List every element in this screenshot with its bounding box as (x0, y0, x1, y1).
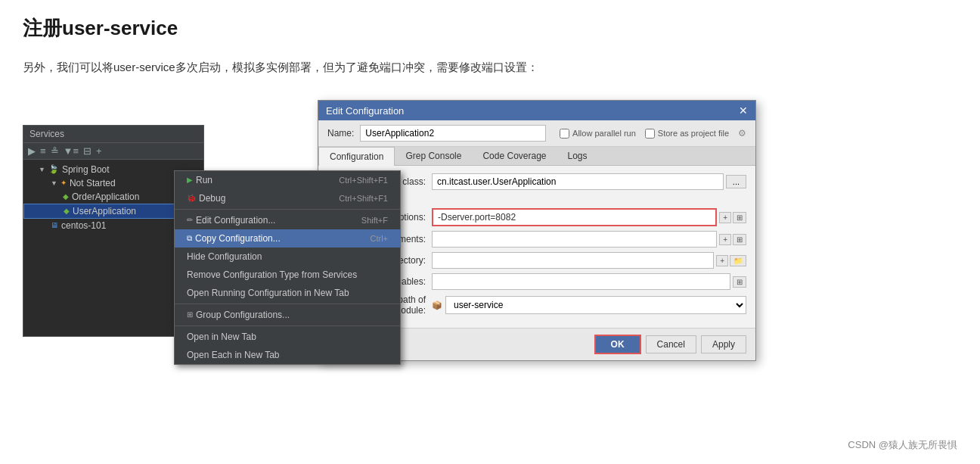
program-args-actions: + ⊞ (719, 234, 746, 245)
menu-edit-config-shortcut: Shift+F (361, 216, 388, 225)
program-args-add-button[interactable]: + (719, 234, 731, 245)
vm-options-actions: + ⊞ (719, 212, 746, 223)
menu-item-group-config[interactable]: ⊞ Group Configurations... (175, 306, 400, 324)
tab-code-coverage[interactable]: Code Coverage (472, 147, 557, 165)
settings-gear-icon[interactable]: ⚙ (738, 128, 746, 139)
main-class-input[interactable] (432, 173, 724, 190)
apply-button[interactable]: Apply (701, 335, 746, 353)
menu-open-each-tab-label: Open Each in New Tab (187, 350, 280, 360)
menu-item-copy-config[interactable]: ⧉ Copy Configuration... Ctrl+ (175, 229, 400, 248)
copy-config-icon: ⧉ (187, 234, 192, 243)
vm-options-input-wrap: + ⊞ (432, 208, 746, 226)
menu-remove-config-label: Remove Configuration Type from Services (187, 269, 357, 280)
toolbar-run-icon[interactable]: ▶ (28, 145, 36, 157)
menu-item-remove-config[interactable]: Remove Configuration Type from Services (175, 266, 400, 284)
working-dir-browse-button[interactable]: 📁 (730, 255, 746, 266)
spring-boot-icon: 🍃 (48, 164, 59, 174)
menu-item-edit-config[interactable]: ✏ Edit Configuration... Shift+F (175, 211, 400, 229)
menu-group-config-label: Group Configurations... (196, 310, 290, 320)
run-icon: ▶ (187, 176, 193, 184)
spring-boot-label: Spring Boot (62, 164, 110, 175)
classpath-select[interactable]: user-service (445, 296, 746, 314)
program-args-input-wrap: + ⊞ (432, 231, 746, 248)
program-args-input[interactable] (432, 231, 717, 248)
store-as-project-label: Store as project file (658, 129, 729, 138)
services-toolbar: ▶ ≡ ≗ ▼≡ ⊟ + (23, 143, 203, 160)
working-dir-add-button[interactable]: + (716, 255, 728, 266)
name-label: Name: (327, 128, 354, 139)
user-app-icon: ◆ (64, 207, 70, 215)
env-vars-input[interactable] (432, 273, 730, 290)
allow-parallel-label: Allow parallel run (572, 129, 636, 138)
allow-parallel-checkbox[interactable] (560, 129, 569, 139)
not-started-label: Not Started (70, 178, 116, 188)
module-icon: 📦 (432, 301, 442, 310)
menu-item-debug[interactable]: 🐞 Debug Ctrl+Shift+F1 (175, 189, 400, 207)
toolbar-collapse-icon[interactable]: ⊟ (83, 145, 91, 157)
context-menu: ▶ Run Ctrl+Shift+F1 🐞 Debug Ctrl+Shift+F… (174, 170, 401, 365)
debug-icon: 🐞 (187, 194, 196, 202)
footer-buttons: OK Cancel Apply (594, 335, 746, 354)
toolbar-add-icon[interactable]: + (96, 145, 102, 157)
menu-debug-label: Debug (199, 193, 225, 204)
dialog-name-row: Name: Allow parallel run Store as projec… (318, 120, 755, 147)
toolbar-filter-icon[interactable]: ▼≡ (64, 145, 79, 157)
menu-hide-config-label: Hide Configuration (187, 251, 262, 262)
main-class-browse-button[interactable]: ... (726, 175, 746, 188)
menu-open-tab-label: Open in New Tab (187, 332, 256, 342)
name-input[interactable] (360, 125, 546, 142)
order-app-icon: ◆ (63, 192, 69, 201)
main-class-input-wrap: ... (432, 173, 746, 190)
centos-label: centos-101 (61, 220, 106, 231)
classpath-select-wrap: 📦 user-service (432, 296, 746, 314)
dialog-title: Edit Configuration (326, 105, 404, 117)
menu-item-run[interactable]: ▶ Run Ctrl+Shift+F1 (175, 171, 400, 189)
order-app-label: OrderApplication (72, 192, 139, 202)
store-as-project-checkbox-label[interactable]: Store as project file (645, 129, 729, 139)
dialog-titlebar: Edit Configuration ✕ (318, 101, 755, 120)
vm-options-expand-button[interactable]: ⊞ (733, 212, 746, 223)
program-args-expand-button[interactable]: ⊞ (733, 234, 746, 245)
vm-options-input[interactable] (432, 208, 717, 226)
menu-divider-3 (175, 325, 400, 326)
tab-logs[interactable]: Logs (557, 147, 598, 165)
page-title: 注册user-service (23, 15, 957, 42)
toolbar-list-icon[interactable]: ≡ (40, 145, 46, 157)
main-content: Services ▶ ≡ ≗ ▼≡ ⊟ + ▼ 🍃 Spring Boot (23, 100, 957, 361)
cancel-button[interactable]: Cancel (646, 335, 696, 353)
menu-copy-config-label: Copy Configuration... (195, 233, 281, 244)
menu-divider-1 (175, 209, 400, 210)
description-text: 另外，我们可以将user-service多次启动，模拟多实例部署，但为了避免端口… (23, 57, 957, 77)
working-dir-input-wrap: + 📁 (432, 252, 746, 269)
close-icon[interactable]: ✕ (739, 104, 748, 117)
env-vars-edit-button[interactable]: ⊞ (733, 276, 746, 288)
menu-debug-shortcut: Ctrl+Shift+F1 (339, 194, 388, 203)
tab-grep-console[interactable]: Grep Console (395, 147, 472, 165)
menu-edit-config-label: Edit Configuration... (196, 215, 275, 226)
not-started-arrow: ▼ (51, 179, 57, 187)
not-started-icon: ✦ (60, 179, 67, 187)
group-config-icon: ⊞ (187, 310, 193, 319)
menu-item-open-tab[interactable]: Open in New Tab (175, 328, 400, 346)
services-header: Services (23, 126, 203, 143)
working-dir-input[interactable] (432, 252, 714, 269)
env-vars-input-wrap: ⊞ (432, 273, 746, 290)
menu-item-open-each-tab[interactable]: Open Each in New Tab (175, 346, 400, 364)
edit-config-icon: ✏ (187, 216, 193, 224)
services-title: Services (29, 129, 64, 139)
menu-divider-2 (175, 304, 400, 304)
tab-configuration[interactable]: Configuration (318, 147, 395, 166)
menu-copy-config-shortcut: Ctrl+ (370, 234, 388, 243)
user-app-label: UserApplication (73, 206, 136, 216)
toolbar-settings-icon[interactable]: ≗ (51, 145, 59, 157)
ok-button[interactable]: OK (594, 335, 641, 354)
menu-item-hide-config[interactable]: Hide Configuration (175, 248, 400, 266)
spring-boot-arrow: ▼ (39, 166, 45, 173)
centos-icon: 🖥 (51, 221, 58, 229)
menu-run-shortcut: Ctrl+Shift+F1 (339, 176, 388, 185)
allow-parallel-checkbox-label[interactable]: Allow parallel run (560, 129, 636, 139)
menu-item-open-running[interactable]: Open Running Configuration in New Tab (175, 284, 400, 302)
menu-run-label: Run (196, 175, 212, 185)
vm-options-add-button[interactable]: + (719, 212, 731, 223)
store-as-project-checkbox[interactable] (645, 129, 655, 139)
